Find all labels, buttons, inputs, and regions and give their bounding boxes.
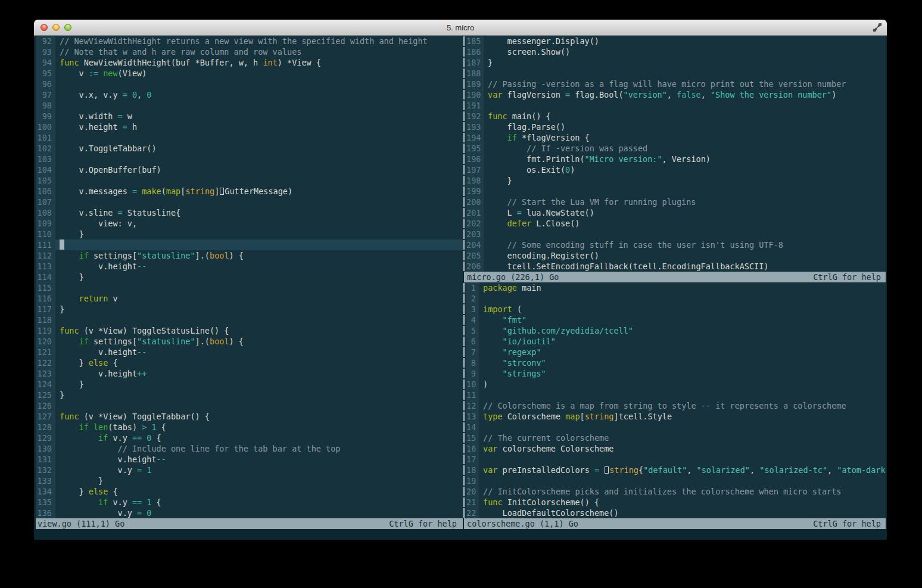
minimize-button[interactable] (52, 24, 60, 31)
code-line[interactable]: 94func NewViewWidthHeight(buf *Buffer, w… (36, 57, 463, 68)
code-line[interactable]: 121 v.height-- (36, 347, 463, 357)
code-line[interactable]: 3import ( (463, 304, 886, 315)
pane-right[interactable]: 185 messenger.Display()186 screen.Show()… (463, 36, 886, 529)
code-line[interactable]: 19 (463, 475, 886, 486)
code-line[interactable]: 93// Note that w and h are raw column an… (36, 46, 463, 57)
code-line[interactable]: 125} (36, 390, 463, 400)
code-line[interactable]: 6 "io/ioutil" (463, 336, 886, 347)
code-line[interactable]: 22 LoadDefaultColorscheme() (463, 508, 886, 518)
code-line[interactable]: 14 (463, 422, 886, 433)
code-line[interactable]: 4 "fmt" (463, 315, 886, 325)
code-line[interactable]: 135 if v.y == 1 { (36, 497, 463, 508)
code-line[interactable]: 193 flag.Parse() (463, 122, 886, 132)
code-text: "regexp" (479, 347, 886, 357)
code-line[interactable]: 102 v.ToggleTabbar() (36, 143, 463, 154)
code-line[interactable]: 134 } else { (36, 486, 463, 497)
code-line[interactable]: 108 v.sline = Statusline{ (36, 207, 463, 218)
code-line[interactable]: 132 v.y = 1 (36, 465, 463, 475)
code-line[interactable]: 188 (463, 68, 886, 79)
code-line[interactable]: 92// NewViewWidthHeight returns a new vi… (36, 36, 463, 46)
code-line[interactable]: 100 v.height = h (36, 122, 463, 132)
title-bar[interactable]: 5. micro (34, 20, 887, 36)
code-text (55, 239, 463, 250)
code-line[interactable]: 7 "regexp" (463, 347, 886, 357)
code-line[interactable]: 15// The current colorscheme (463, 433, 886, 443)
code-line[interactable]: 120 if settings["statusline"].(bool) { (36, 336, 463, 347)
code-line[interactable]: 196 fmt.Println("Micro version:", Versio… (463, 154, 886, 164)
code-line[interactable]: 110 } (36, 229, 463, 239)
code-line[interactable]: 16var colorscheme Colorscheme (463, 443, 886, 454)
pane-divider-icon (463, 143, 466, 154)
code-line[interactable]: 117} (36, 304, 463, 315)
code-line[interactable]: 197 os.Exit(0) (463, 164, 886, 175)
code-line[interactable]: 109 view: v, (36, 218, 463, 229)
code-line[interactable]: 127func (v *View) ToggleTabbar() { (36, 411, 463, 422)
fullscreen-icon[interactable] (873, 23, 881, 32)
code-line[interactable]: 124 } (36, 379, 463, 390)
code-line[interactable]: 201 L = lua.NewState() (463, 207, 886, 218)
code-line[interactable]: 204 // Some encoding stuff in case the u… (463, 239, 886, 250)
code-line[interactable]: 1package main (463, 282, 886, 293)
zoom-button[interactable] (64, 24, 71, 31)
code-line[interactable]: 17 (463, 454, 886, 465)
code-line[interactable]: 200 // Start the Lua VM for running plug… (463, 197, 886, 207)
code-line[interactable]: 202 defer L.Close() (463, 218, 886, 229)
code-line[interactable]: 114 } (36, 272, 463, 282)
code-line[interactable]: 103 (36, 154, 463, 164)
code-line[interactable]: 8 "strconv" (463, 357, 886, 368)
code-line[interactable]: 11 (463, 390, 886, 400)
code-line[interactable]: 206 tcell.SetEncodingFallback(tcell.Enco… (463, 261, 886, 272)
code-line[interactable]: 115 (36, 282, 463, 293)
code-line[interactable]: 113 v.height-- (36, 261, 463, 272)
code-line[interactable]: 97 v.x, v.y = 0, 0 (36, 89, 463, 100)
code-line[interactable]: 101 (36, 132, 463, 143)
code-line[interactable]: 191 (463, 100, 886, 111)
code-line[interactable]: 5 "github.com/zyedidia/tcell" (463, 325, 886, 336)
code-line[interactable]: 129 if v.y == 0 { (36, 433, 463, 443)
code-line[interactable]: 203 (463, 229, 886, 239)
code-line[interactable]: 104 v.OpenBuffer(buf) (36, 164, 463, 175)
code-line[interactable]: 111 (36, 239, 463, 250)
code-line[interactable]: 13type Colorscheme map[string]tcell.Styl… (463, 411, 886, 422)
code-line[interactable]: 106 v.messages = make(map[string]GutterM… (36, 186, 463, 197)
code-line[interactable]: 122 } else { (36, 357, 463, 368)
code-line[interactable]: 198 } (463, 175, 886, 186)
code-line[interactable]: 187} (463, 57, 886, 68)
code-line[interactable]: 190var flagVersion = flag.Bool("version"… (463, 89, 886, 100)
code-line[interactable]: 99 v.width = w (36, 111, 463, 122)
code-line[interactable]: 112 if settings["statusline"].(bool) { (36, 250, 463, 261)
code-line[interactable]: 116 return v (36, 293, 463, 304)
code-line[interactable]: 96 (36, 79, 463, 89)
code-line[interactable]: 12// Colorscheme is a map from string to… (463, 400, 886, 411)
code-line[interactable]: 133 } (36, 475, 463, 486)
code-line[interactable]: 186 screen.Show() (463, 46, 886, 57)
code-line[interactable]: 118 (36, 315, 463, 325)
line-number: 22 (466, 508, 479, 518)
code-line[interactable]: 189// Passing -version as a flag will ha… (463, 79, 886, 89)
code-line[interactable]: 205 encoding.Register() (463, 250, 886, 261)
code-line[interactable]: 105 (36, 175, 463, 186)
code-line[interactable]: 119func (v *View) ToggleStatusLine() { (36, 325, 463, 336)
code-line[interactable]: 9 "strings" (463, 368, 886, 379)
code-line[interactable]: 107 (36, 197, 463, 207)
code-line[interactable]: 21func InitColorscheme() { (463, 497, 886, 508)
code-line[interactable]: 199 (463, 186, 886, 197)
pane-view-go[interactable]: 92// NewViewWidthHeight returns a new vi… (36, 36, 463, 529)
code-line[interactable]: 194 if *flagVersion { (463, 132, 886, 143)
code-line[interactable]: 10) (463, 379, 886, 390)
code-line[interactable]: 98 (36, 100, 463, 111)
code-line[interactable]: 195 // If -version was passed (463, 143, 886, 154)
code-line[interactable]: 130 // Include one line for the tab bar … (36, 443, 463, 454)
code-line[interactable]: 128 if len(tabs) > 1 { (36, 422, 463, 433)
code-line[interactable]: 18var preInstalledColors = string{"defau… (463, 465, 886, 475)
code-line[interactable]: 192func main() { (463, 111, 886, 122)
code-line[interactable]: 123 v.height++ (36, 368, 463, 379)
code-line[interactable]: 95 v := new(View) (36, 68, 463, 79)
code-line[interactable]: 136 v.y = 0 (36, 508, 463, 518)
close-button[interactable] (41, 24, 48, 31)
code-line[interactable]: 20// InitColorscheme picks and initializ… (463, 486, 886, 497)
code-line[interactable]: 185 messenger.Display() (463, 36, 886, 46)
code-line[interactable]: 131 v.height-- (36, 454, 463, 465)
code-line[interactable]: 2 (463, 293, 886, 304)
code-line[interactable]: 126 (36, 400, 463, 411)
